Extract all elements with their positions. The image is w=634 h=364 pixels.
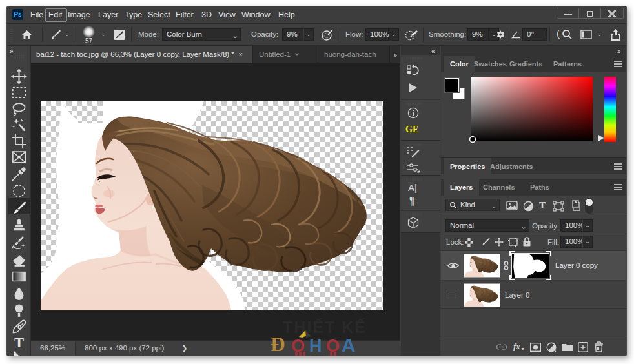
svg-text:O: O xyxy=(291,336,305,356)
svg-text:O: O xyxy=(326,336,340,356)
svg-text:Đ: Đ xyxy=(271,333,285,356)
svg-text:H: H xyxy=(309,336,322,356)
svg-text:A: A xyxy=(342,334,356,356)
